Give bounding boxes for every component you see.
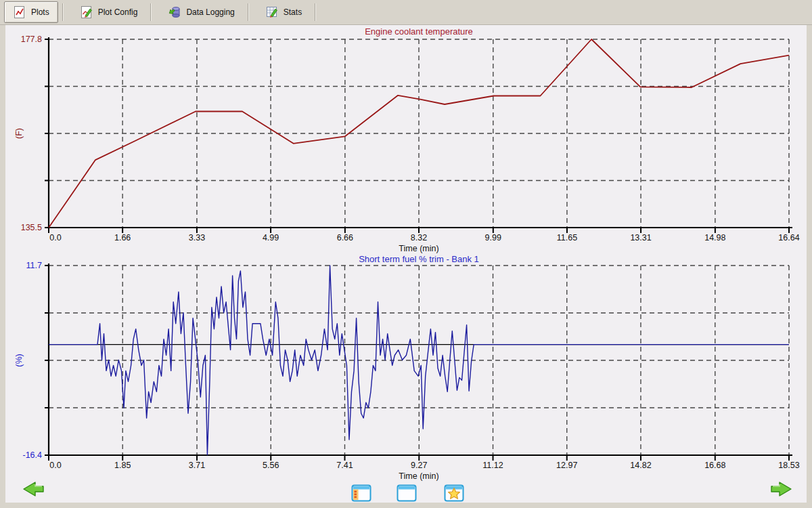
x-tick-label: 8.32 — [411, 233, 427, 242]
x-tick-label: 16.64 — [778, 233, 799, 242]
y-axis-label: (%) — [14, 354, 24, 366]
x-tick-label: 11.65 — [557, 233, 577, 242]
x-tick-label: 1.85 — [114, 461, 131, 470]
x-tick-label: 11.12 — [482, 461, 503, 470]
y-min-label: 135.5 — [21, 223, 42, 232]
y-min-label: -16.4 — [23, 450, 43, 460]
window-icon — [397, 494, 417, 504]
x-tick-label: 4.99 — [263, 233, 279, 242]
x-tick-label: 16.68 — [704, 461, 725, 470]
fuel-trim-chart: 0.01.853.715.567.419.2711.1212.9714.8216… — [14, 254, 800, 481]
x-tick-label: 5.56 — [263, 461, 279, 470]
chart-title: Short term fuel % trim - Bank 1 — [359, 254, 479, 264]
x-tick-label: 13.31 — [630, 233, 651, 242]
x-tick-label: 0.0 — [49, 461, 61, 470]
x-tick-label: 3.71 — [189, 461, 205, 470]
show-favorites-window-button[interactable] — [444, 484, 464, 502]
x-tick-label: 7.41 — [336, 461, 353, 470]
x-axis-label: Time (min) — [399, 471, 438, 481]
x-tick-label: 9.99 — [485, 233, 501, 242]
show-plain-window-button[interactable] — [397, 484, 417, 502]
previous-plots-button[interactable] — [18, 479, 47, 499]
x-tick-label: 12.97 — [556, 461, 577, 470]
chart-title: Engine coolant temperature — [365, 26, 473, 37]
app-window: Plots Plot Config — [0, 0, 812, 508]
plots-canvas[interactable]: 0.01.663.334.996.668.329.9911.6513.3114.… — [0, 0, 812, 508]
window-star-icon — [444, 494, 464, 504]
x-tick-label: 6.66 — [337, 233, 353, 242]
y-max-label: 177.8 — [21, 35, 42, 44]
green-arrow-right-icon — [768, 491, 796, 501]
x-tick-label: 18.53 — [778, 461, 799, 470]
y-axis-label: (F) — [14, 128, 24, 139]
green-arrow-left-icon — [18, 491, 47, 501]
x-tick-label: 14.98 — [704, 233, 725, 242]
x-tick-label: 1.66 — [114, 233, 131, 242]
window-with-sidebar-icon — [351, 494, 371, 504]
y-max-label: 11.7 — [26, 261, 42, 270]
x-tick-label: 9.27 — [411, 461, 427, 470]
coolant-chart: 0.01.663.334.996.668.329.9911.6513.3114.… — [14, 26, 800, 253]
x-tick-label: 14.82 — [630, 461, 651, 470]
x-axis-label: Time (min) — [399, 244, 438, 253]
show-plot-list-window-button[interactable] — [351, 484, 371, 502]
x-tick-label: 3.33 — [189, 233, 205, 242]
next-plots-button[interactable] — [767, 479, 797, 499]
x-tick-label: 0.0 — [49, 233, 61, 242]
